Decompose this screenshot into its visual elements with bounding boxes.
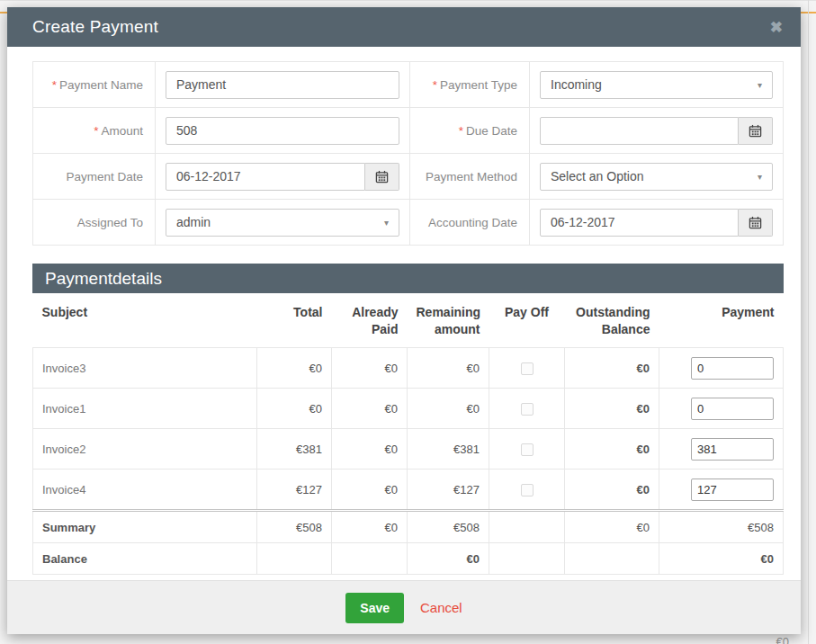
payment-details-table: Subject Total Already Paid Remaining amo… bbox=[32, 293, 784, 575]
column-header-pay-off: Pay Off bbox=[489, 293, 565, 347]
payment-method-value: Select an Option bbox=[551, 169, 644, 183]
payment-type-select[interactable]: Incoming ▾ bbox=[540, 71, 773, 99]
payment-amount-input[interactable] bbox=[691, 398, 774, 420]
pay-off-checkbox[interactable] bbox=[521, 484, 534, 496]
payment-amount-input[interactable] bbox=[691, 438, 774, 461]
outstanding-cell: €0 bbox=[565, 347, 659, 388]
column-header-remaining: Remaining amount bbox=[408, 293, 489, 347]
remaining-cell: €0 bbox=[408, 347, 489, 388]
payment-date-label: Payment Date bbox=[33, 154, 156, 200]
modal-header: Create Payment ✖ bbox=[7, 7, 801, 47]
close-icon[interactable]: ✖ bbox=[770, 20, 783, 35]
remaining-cell: €381 bbox=[408, 428, 489, 469]
accounting-date-calendar-button[interactable] bbox=[739, 209, 773, 237]
modal-body: *Payment Name *Payment Type Incoming ▾ *… bbox=[7, 47, 801, 580]
remaining-cell: €0 bbox=[408, 388, 489, 428]
summary-total: €508 bbox=[257, 510, 332, 542]
balance-row: Balance €0 €0 bbox=[33, 542, 784, 574]
remaining-cell: €127 bbox=[408, 469, 489, 510]
background-page-top-border bbox=[0, 0, 816, 1]
payment-date-calendar-button[interactable] bbox=[365, 163, 399, 191]
due-date-calendar-button[interactable] bbox=[739, 117, 773, 145]
paymentdetails-section-title: Paymentdetails bbox=[45, 269, 162, 289]
payment-form: *Payment Name *Payment Type Incoming ▾ *… bbox=[32, 61, 784, 246]
already-paid-cell: €0 bbox=[332, 347, 408, 388]
payment-date-input[interactable] bbox=[166, 163, 365, 191]
required-asterisk: * bbox=[52, 78, 57, 92]
subject-cell: Invoice2 bbox=[33, 428, 257, 469]
calendar-icon bbox=[749, 124, 762, 138]
chevron-down-icon: ▾ bbox=[758, 172, 762, 182]
amount-input[interactable] bbox=[166, 117, 399, 145]
table-row-invoice1: Invoice1 €0 €0 €0 €0 bbox=[33, 388, 784, 428]
required-asterisk: * bbox=[94, 124, 98, 138]
background-vertical-border bbox=[808, 0, 809, 644]
payment-type-value: Incoming bbox=[551, 77, 602, 92]
summary-outstanding: €0 bbox=[565, 510, 659, 542]
modal-footer: Save Cancel bbox=[7, 580, 801, 634]
calendar-icon bbox=[749, 216, 762, 229]
table-row-invoice2: Invoice2 €381 €0 €381 €0 bbox=[33, 428, 784, 469]
assigned-to-select[interactable]: admin ▾ bbox=[166, 209, 399, 237]
table-row-invoice4: Invoice4 €127 €0 €127 €0 bbox=[33, 469, 784, 510]
subject-cell: Invoice1 bbox=[33, 388, 257, 428]
column-header-subject: Subject bbox=[33, 293, 257, 347]
calendar-icon bbox=[375, 170, 389, 183]
summary-pay-off-empty bbox=[489, 510, 565, 542]
payment-method-select[interactable]: Select an Option ▾ bbox=[540, 163, 773, 191]
summary-already-paid: €0 bbox=[332, 510, 408, 542]
balance-payment: €0 bbox=[659, 542, 784, 574]
summary-payment: €508 bbox=[659, 510, 784, 542]
required-asterisk: * bbox=[459, 124, 463, 138]
summary-label: Summary bbox=[33, 510, 257, 542]
column-header-already-paid: Already Paid bbox=[332, 293, 408, 347]
balance-label: Balance bbox=[33, 542, 257, 574]
chevron-down-icon: ▾ bbox=[384, 218, 389, 228]
required-asterisk: * bbox=[433, 78, 437, 92]
amount-label: *Amount bbox=[33, 108, 156, 154]
outstanding-cell: €0 bbox=[565, 469, 659, 510]
due-date-input[interactable] bbox=[540, 117, 739, 145]
column-header-payment: Payment bbox=[659, 293, 784, 347]
total-cell: €127 bbox=[257, 469, 332, 510]
subject-cell: Invoice4 bbox=[33, 469, 257, 510]
payment-type-label: *Payment Type bbox=[410, 62, 530, 108]
already-paid-cell: €0 bbox=[332, 428, 408, 469]
summary-remaining: €508 bbox=[408, 510, 489, 542]
column-header-outstanding: Outstanding Balance bbox=[565, 293, 659, 347]
total-cell: €0 bbox=[257, 347, 332, 388]
payment-amount-input[interactable] bbox=[691, 357, 774, 380]
outstanding-cell: €0 bbox=[565, 428, 659, 469]
balance-remaining: €0 bbox=[408, 542, 489, 574]
outstanding-cell: €0 bbox=[565, 388, 659, 428]
payment-name-input[interactable] bbox=[166, 71, 399, 99]
cancel-link[interactable]: Cancel bbox=[420, 600, 462, 615]
pay-off-checkbox[interactable] bbox=[521, 403, 534, 416]
accounting-date-input[interactable] bbox=[540, 209, 739, 237]
assigned-to-label: Assigned To bbox=[33, 200, 156, 246]
create-payment-modal: Create Payment ✖ *Payment Name *Payment … bbox=[7, 7, 801, 634]
summary-row: Summary €508 €0 €508 €0 €508 bbox=[33, 510, 784, 542]
payment-name-label: *Payment Name bbox=[33, 62, 156, 108]
pay-off-checkbox[interactable] bbox=[521, 362, 534, 375]
accounting-date-label: Accounting Date bbox=[410, 200, 530, 246]
table-row-invoice3: Invoice3 €0 €0 €0 €0 bbox=[33, 347, 784, 388]
total-cell: €381 bbox=[257, 428, 332, 469]
background-amount-fragment: €0 bbox=[776, 635, 789, 644]
pay-off-checkbox[interactable] bbox=[521, 443, 534, 456]
save-button[interactable]: Save bbox=[345, 593, 404, 623]
due-date-label: *Due Date bbox=[410, 108, 530, 154]
assigned-to-value: admin bbox=[176, 215, 211, 229]
chevron-down-icon: ▾ bbox=[758, 80, 762, 90]
already-paid-cell: €0 bbox=[332, 469, 408, 510]
column-header-total: Total bbox=[257, 293, 332, 347]
modal-title: Create Payment bbox=[32, 17, 158, 37]
already-paid-cell: €0 bbox=[332, 388, 408, 428]
total-cell: €0 bbox=[257, 388, 332, 428]
paymentdetails-section-header: Paymentdetails bbox=[32, 264, 784, 293]
subject-cell: Invoice3 bbox=[33, 347, 257, 388]
payment-amount-input[interactable] bbox=[691, 479, 774, 501]
payment-method-label: Payment Method bbox=[410, 154, 530, 200]
